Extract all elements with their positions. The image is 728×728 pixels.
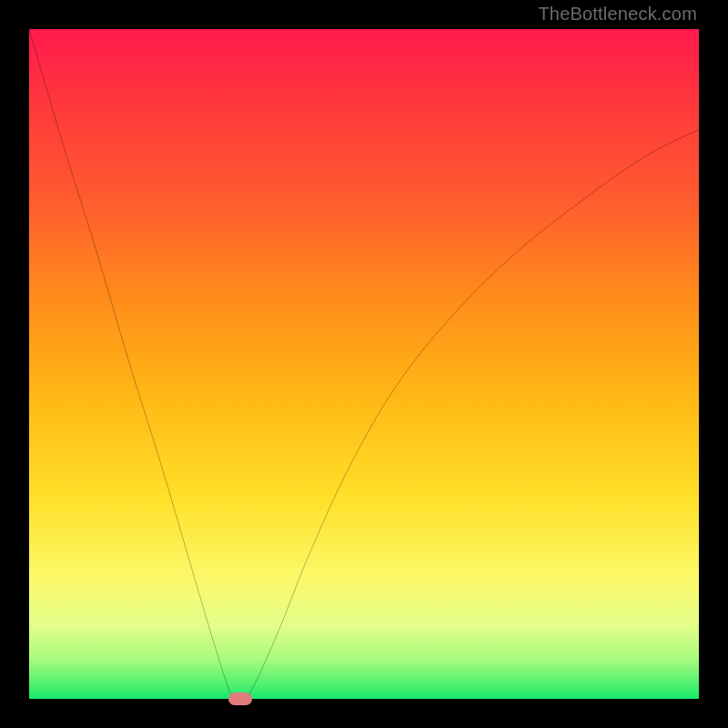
chart-plot-area [29, 29, 699, 699]
bottleneck-curve [29, 29, 699, 699]
watermark-text: TheBottleneck.com [538, 4, 697, 25]
balance-point-marker [228, 693, 252, 705]
